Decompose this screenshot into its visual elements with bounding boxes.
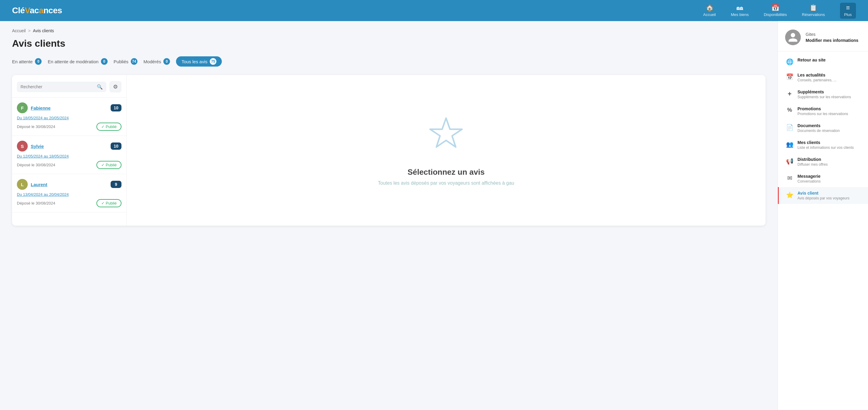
filter-button[interactable]: ⚙ xyxy=(110,81,121,93)
search-input-wrap[interactable]: 🔍 xyxy=(17,82,106,92)
sidebar-item-promotions[interactable]: % Promotions Promotions sur les réservat… xyxy=(778,103,868,120)
sidebar-item-distribution[interactable]: 📢 Distribution Diffuser mes offres xyxy=(778,153,868,170)
reviewer-name[interactable]: Sylvie xyxy=(31,144,44,149)
star-icon: ⭐ xyxy=(786,191,793,198)
review-item[interactable]: F Fabienne 10 Du 18/05/2024 au 20/05/202… xyxy=(12,98,126,136)
sidebar-item-label: Suppléments xyxy=(798,90,851,94)
review-dates[interactable]: Du 12/05/2024 au 18/05/2024 xyxy=(17,154,121,158)
nav-accueil[interactable]: 🏠 Accueil xyxy=(703,4,716,17)
sidebar-item-mes-clients[interactable]: 👥 Mes clients Liste et informations sur … xyxy=(778,136,868,153)
sidebar-item-desc: Avis déposés par vos voyageurs xyxy=(798,196,849,200)
filter-en-attente[interactable]: En attente 0 xyxy=(12,56,41,67)
calendar-icon: 📅 xyxy=(771,4,779,11)
filter-en-attente-moderation[interactable]: En attente de modération 0 xyxy=(48,56,107,67)
nav-mes-biens[interactable]: 🏘 Mes biens xyxy=(731,4,749,17)
sidebar-item-label: Les actualités xyxy=(798,73,836,77)
nav-mes-biens-label: Mes biens xyxy=(731,12,749,17)
reviewer-info: S Sylvie xyxy=(17,141,44,152)
filter-publies-count: 74 xyxy=(131,58,137,65)
menu-icon: ≡ xyxy=(846,4,850,11)
breadcrumb-separator: > xyxy=(28,28,30,33)
sidebar-item-avis-client[interactable]: ⭐ Avis client Avis déposés par vos voyag… xyxy=(778,187,868,204)
filter-publies[interactable]: Publiés 74 xyxy=(114,56,137,67)
sidebar-item-retour-site[interactable]: 🌐 Retour au site xyxy=(778,54,868,69)
review-dates[interactable]: Du 13/04/2024 au 20/04/2024 xyxy=(17,192,121,197)
clients-icon: 👥 xyxy=(786,141,793,148)
nav-reservations[interactable]: 📋 Réservations xyxy=(802,4,825,17)
sidebar-item-desc: Promotions sur les réservations xyxy=(798,112,848,116)
sidebar-item-actualites[interactable]: 📅 Les actualités Conseils, partenaires, … xyxy=(778,69,868,86)
empty-subtitle: Toutes les avis déposés par vos voyageur… xyxy=(378,181,514,186)
sidebar-item-documents[interactable]: 📄 Documents Documents de réservation xyxy=(778,120,868,136)
sidebar-item-desc: Conversations xyxy=(798,179,821,184)
user-avatar-icon xyxy=(787,32,798,43)
filter-tabs: En attente 0 En attente de modération 0 … xyxy=(12,56,766,67)
logo-text: CléVacances xyxy=(12,6,62,15)
sidebar-item-label: Retour au site xyxy=(798,58,826,62)
avatar: S xyxy=(17,141,28,152)
status-badge: ✓ Publié xyxy=(96,123,121,131)
sidebar-item-label: Promotions xyxy=(798,106,848,111)
avatar: F xyxy=(17,102,28,113)
score-badge: 10 xyxy=(111,143,121,150)
sidebar-item-supplements[interactable]: + Suppléments Suppléments sur les réserv… xyxy=(778,86,868,103)
page-title: Avis clients xyxy=(12,38,766,49)
breadcrumb-current: Avis clients xyxy=(33,28,54,33)
status-label: Publié xyxy=(106,163,117,167)
review-item-header: L Laurent 9 xyxy=(17,179,121,190)
check-icon: ✓ xyxy=(101,124,104,129)
reviewer-name[interactable]: Laurent xyxy=(31,182,47,187)
review-item[interactable]: L Laurent 9 Du 13/04/2024 au 20/04/2024 … xyxy=(12,174,126,212)
logo[interactable]: CléVacances xyxy=(12,6,62,15)
review-dates[interactable]: Du 18/05/2024 au 20/05/2024 xyxy=(17,116,121,120)
split-panel: 🔍 ⚙ F Fabienne 10 xyxy=(12,75,766,226)
filter-en-attente-count: 0 xyxy=(35,58,41,65)
sidebar: Gites Modifier mes informations 🌐 Retour… xyxy=(778,21,868,410)
home-icon: 🏠 xyxy=(706,4,714,11)
breadcrumb: Accueil > Avis clients xyxy=(12,28,766,33)
sidebar-item-label: Mes clients xyxy=(798,140,854,145)
filter-tous-les-avis-count: 75 xyxy=(210,58,216,65)
reviewer-info: F Fabienne xyxy=(17,102,51,113)
deposit-date: Déposé le 30/08/2024 xyxy=(17,201,55,206)
avatar xyxy=(785,30,801,45)
nav-plus[interactable]: ≡ Plus xyxy=(840,3,856,19)
search-input[interactable] xyxy=(21,84,94,89)
filter-en-attente-moderation-count: 0 xyxy=(101,58,107,65)
reviewer-name[interactable]: Fabienne xyxy=(31,105,51,111)
plus-icon: + xyxy=(786,90,793,98)
distribution-icon: 📢 xyxy=(786,158,793,165)
sidebar-item-desc: Diffuser mes offres xyxy=(798,162,828,166)
nav-disponibilites[interactable]: 📅 Disponibilités xyxy=(764,4,787,17)
globe-icon: 🌐 xyxy=(786,58,793,65)
review-list: F Fabienne 10 Du 18/05/2024 au 20/05/202… xyxy=(12,98,126,212)
breadcrumb-home[interactable]: Accueil xyxy=(12,28,26,33)
review-item-header: S Sylvie 10 xyxy=(17,141,121,152)
status-label: Publié xyxy=(106,124,117,129)
filter-tous-les-avis[interactable]: Tous les avis 75 xyxy=(176,56,222,67)
filter-en-attente-moderation-label: En attente de modération xyxy=(48,59,98,64)
list-panel: 🔍 ⚙ F Fabienne 10 xyxy=(12,75,127,226)
filter-moderes[interactable]: Modérés 0 xyxy=(144,56,170,67)
review-footer: Déposé le 30/08/2024 ✓ Publié xyxy=(17,123,121,131)
calendar-icon: 📅 xyxy=(786,73,793,81)
profile-action[interactable]: Modifier mes informations xyxy=(806,38,858,43)
sidebar-item-desc: Documents de réservation xyxy=(798,129,840,133)
sidebar-item-messagerie[interactable]: ✉ Messagerie Conversations xyxy=(778,170,868,187)
filter-tous-les-avis-label: Tous les avis xyxy=(181,59,207,64)
search-icon: 🔍 xyxy=(97,84,103,90)
filter-en-attente-label: En attente xyxy=(12,59,33,64)
filter-publies-label: Publiés xyxy=(114,59,128,64)
check-icon: ✓ xyxy=(101,163,104,167)
reviewer-info: L Laurent xyxy=(17,179,47,190)
main-nav: 🏠 Accueil 🏘 Mes biens 📅 Disponibilités 📋… xyxy=(703,3,856,19)
review-item[interactable]: S Sylvie 10 Du 12/05/2024 au 18/05/2024 … xyxy=(12,136,126,174)
nav-accueil-label: Accueil xyxy=(703,12,716,17)
status-badge: ✓ Publié xyxy=(96,199,121,207)
check-icon: ✓ xyxy=(101,201,104,206)
sidebar-item-label: Messagerie xyxy=(798,174,821,179)
sidebar-profile: Gites Modifier mes informations xyxy=(778,21,868,52)
filter-moderes-label: Modérés xyxy=(144,59,161,64)
content-area: Accueil > Avis clients Avis clients En a… xyxy=(0,21,778,410)
document-icon: 📄 xyxy=(786,124,793,131)
